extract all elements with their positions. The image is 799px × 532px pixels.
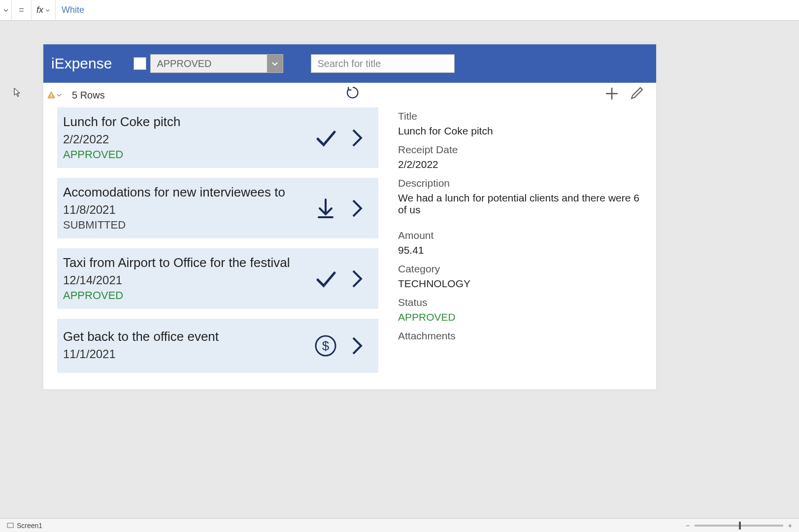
list-item[interactable]: Accomodations for new interviewees to11/… xyxy=(57,178,378,238)
add-button[interactable] xyxy=(604,86,620,101)
field-label-date: Receipt Date xyxy=(398,144,640,156)
svg-text:$: $ xyxy=(322,338,330,353)
download-icon xyxy=(312,195,339,222)
field-value-desc: We had a lunch for potential clients and… xyxy=(398,192,640,216)
item-status: SUBMITTED xyxy=(63,219,312,232)
item-date: 12/14/2021 xyxy=(63,273,312,287)
dollar-icon: $ xyxy=(312,332,339,359)
detail-fields[interactable]: Title Lunch for Coke pitch Receipt Date … xyxy=(398,110,646,376)
field-value-amount: 95.41 xyxy=(398,244,640,256)
item-date: 11/1/2021 xyxy=(63,347,312,361)
svg-rect-1 xyxy=(51,97,51,97)
check-icon xyxy=(312,125,339,151)
rows-count: 5 Rows xyxy=(72,90,105,101)
detail-actions xyxy=(604,86,644,101)
status-select[interactable]: APPROVED xyxy=(150,54,283,73)
formula-bar: = fx xyxy=(0,0,799,21)
chevron-down-icon xyxy=(45,8,50,13)
list-scroll[interactable]: Lunch for Coke pitch2/2/2022APPROVEDAcco… xyxy=(43,107,378,389)
zoom-out-button[interactable]: − xyxy=(686,522,690,530)
status-bar: Screen1 − + xyxy=(0,518,799,532)
zoom-slider[interactable] xyxy=(695,525,783,527)
item-status: APPROVED xyxy=(63,289,312,302)
fx-label[interactable]: fx xyxy=(32,0,56,20)
detail-pane: Title Lunch for Coke pitch Receipt Date … xyxy=(378,83,656,389)
list-item[interactable]: Get back to the office event11/1/2021$ xyxy=(57,319,378,373)
canvas-area: iExpense APPROVED Search for title xyxy=(0,21,799,513)
screen-icon xyxy=(7,522,14,529)
field-value-title: Lunch for Coke pitch xyxy=(398,125,640,137)
item-title: Accomodations for new interviewees to xyxy=(63,185,312,200)
zoom-controls: − + xyxy=(686,522,792,530)
field-label-attach: Attachments xyxy=(398,330,640,342)
item-title: Taxi from Airport to Office for the fest… xyxy=(63,255,312,270)
field-label-category: Category xyxy=(398,263,640,275)
field-label-amount: Amount xyxy=(398,230,640,241)
zoom-in-button[interactable]: + xyxy=(788,522,792,530)
item-date: 11/8/2021 xyxy=(63,203,312,217)
chevron-right-icon[interactable] xyxy=(344,195,370,222)
app-title: iExpense xyxy=(51,55,112,72)
chevron-down-icon[interactable] xyxy=(56,92,62,98)
warning-icon xyxy=(47,91,55,99)
list-item[interactable]: Taxi from Airport to Office for the fest… xyxy=(57,248,378,309)
field-value-date: 2/2/2022 xyxy=(398,159,640,170)
equals-button[interactable]: = xyxy=(12,0,32,21)
app-body: 5 Rows Lunch for Coke pitch2/2/2022APPRO… xyxy=(43,83,656,389)
edit-button[interactable] xyxy=(629,86,644,101)
list-pane: 5 Rows Lunch for Coke pitch2/2/2022APPRO… xyxy=(43,83,378,389)
cursor-icon xyxy=(14,88,21,98)
property-dropdown[interactable] xyxy=(0,0,12,21)
chevron-down-icon xyxy=(267,55,283,72)
search-input[interactable]: Search for title xyxy=(311,54,455,73)
item-status: APPROVED xyxy=(63,148,312,161)
filter-checkbox[interactable] xyxy=(133,57,146,70)
field-value-category: TECHNOLOGY xyxy=(398,278,640,290)
svg-rect-0 xyxy=(51,94,51,96)
item-date: 2/2/2022 xyxy=(63,133,312,146)
item-title: Get back to the office event xyxy=(63,329,312,344)
field-label-desc: Description xyxy=(398,177,640,189)
chevron-right-icon[interactable] xyxy=(344,125,370,151)
screen-name[interactable]: Screen1 xyxy=(17,522,42,530)
field-label-status: Status xyxy=(398,297,640,308)
refresh-button[interactable] xyxy=(345,85,363,102)
check-icon xyxy=(312,266,339,292)
app-header: iExpense APPROVED Search for title xyxy=(43,44,656,83)
formula-input[interactable] xyxy=(56,0,799,20)
item-title: Lunch for Coke pitch xyxy=(63,114,312,130)
chevron-right-icon[interactable] xyxy=(344,266,370,292)
fx-text: fx xyxy=(36,5,43,15)
svg-rect-4 xyxy=(7,523,13,528)
chevron-right-icon[interactable] xyxy=(344,332,370,359)
field-value-status: APPROVED xyxy=(398,311,640,323)
list-header: 5 Rows xyxy=(43,83,378,107)
status-select-value: APPROVED xyxy=(157,58,211,69)
filter-group: APPROVED xyxy=(133,54,283,73)
list-item[interactable]: Lunch for Coke pitch2/2/2022APPROVED xyxy=(57,107,378,168)
field-label-title: Title xyxy=(398,110,640,122)
app-canvas: iExpense APPROVED Search for title xyxy=(43,44,656,389)
search-placeholder: Search for title xyxy=(317,58,381,69)
